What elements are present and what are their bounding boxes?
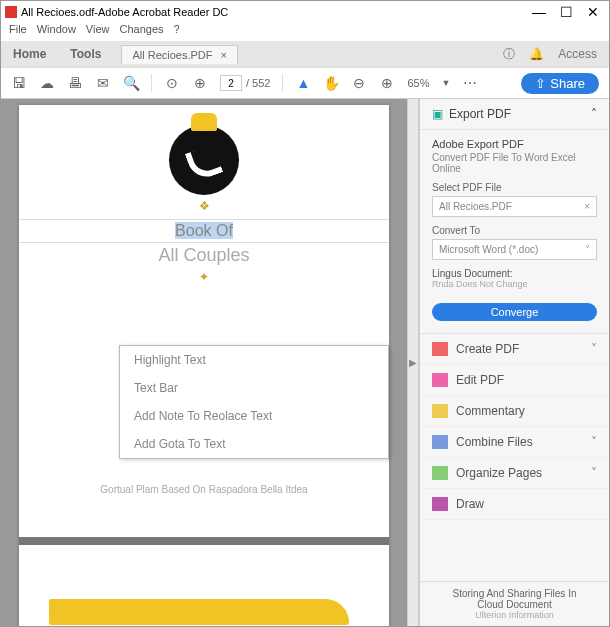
lingus-sub: Rnda Does Not Change bbox=[432, 279, 597, 289]
menu-window[interactable]: Window bbox=[37, 23, 76, 41]
selected-text: Book Of bbox=[175, 222, 233, 239]
bell-icon[interactable]: 🔔 bbox=[529, 47, 544, 61]
panel-collapse-handle[interactable]: ▶ bbox=[407, 99, 419, 626]
menu-view[interactable]: View bbox=[86, 23, 110, 41]
zoom-level[interactable]: 65% bbox=[407, 77, 429, 89]
draw-icon bbox=[432, 497, 448, 511]
export-pdf-icon: ▣ bbox=[432, 107, 443, 121]
ornament-icon: ✦ bbox=[19, 270, 389, 284]
window-title: All Recioes.odf-Adobe Acrobat Reader DC bbox=[21, 6, 228, 18]
chevron-down-icon[interactable]: ˅ bbox=[585, 244, 590, 255]
comment-icon bbox=[432, 404, 448, 418]
page-up-icon[interactable]: ⊙ bbox=[164, 75, 180, 91]
menu-help[interactable]: ? bbox=[174, 23, 180, 41]
chevron-up-icon[interactable]: ˄ bbox=[591, 107, 597, 121]
tab-tools[interactable]: Tools bbox=[58, 47, 113, 61]
pointer-icon[interactable]: ▲ bbox=[295, 75, 311, 91]
book-logo bbox=[169, 125, 239, 195]
cloud-icon[interactable]: ☁ bbox=[39, 75, 55, 91]
convert-to-value: Microsoft Word (*.doc) bbox=[439, 244, 538, 255]
access-link[interactable]: Access bbox=[558, 47, 597, 61]
share-label: Share bbox=[550, 76, 585, 91]
tool-label: Commentary bbox=[456, 404, 525, 418]
tab-close-icon[interactable]: × bbox=[221, 49, 227, 61]
convert-button[interactable]: Converge bbox=[432, 303, 597, 321]
save-icon[interactable]: 🖫 bbox=[11, 75, 27, 91]
footer-line1: Storing And Sharing Files In bbox=[430, 588, 599, 599]
ornament-icon: ❖ bbox=[19, 199, 389, 213]
page-down-icon[interactable]: ⊕ bbox=[192, 75, 208, 91]
page-total: / 552 bbox=[246, 77, 270, 89]
page-number-input[interactable] bbox=[220, 75, 242, 91]
document-area[interactable]: ❖ Book Of All Couples ✦ Highlight Text T… bbox=[1, 99, 407, 626]
separator bbox=[151, 74, 152, 92]
knife-graphic bbox=[49, 599, 349, 625]
convert-to-field[interactable]: Microsoft Word (*.doc) ˅ bbox=[432, 239, 597, 260]
create-pdf-icon bbox=[432, 342, 448, 356]
organize-icon bbox=[432, 466, 448, 480]
print-icon[interactable]: 🖶 bbox=[67, 75, 83, 91]
tab-document-label: All Recioes.PDF bbox=[132, 49, 212, 61]
right-panel: ▣ Export PDF ˄ Adobe Export PDF Convert … bbox=[419, 99, 609, 626]
pdf-page: ❖ Book Of All Couples ✦ Highlight Text T… bbox=[19, 105, 389, 626]
footer-line2: Cloud Document bbox=[430, 599, 599, 610]
select-pdf-label: Select PDF File bbox=[432, 182, 597, 193]
chevron-down-icon: ˅ bbox=[591, 466, 597, 480]
chevron-down-icon: ˅ bbox=[591, 342, 597, 356]
lingus-label: Lingus Document: bbox=[432, 268, 597, 279]
tool-commentary[interactable]: Commentary bbox=[420, 396, 609, 427]
book-subtitle: All Couples bbox=[19, 245, 389, 266]
clear-icon[interactable]: × bbox=[584, 201, 590, 212]
tool-label: Edit PDF bbox=[456, 373, 504, 387]
page-divider bbox=[19, 537, 389, 545]
close-button[interactable]: ✕ bbox=[587, 4, 599, 20]
select-pdf-value: All Recioes.PDF bbox=[439, 201, 512, 212]
help-icon[interactable]: ⓘ bbox=[503, 46, 515, 63]
menu-changes[interactable]: Changes bbox=[120, 23, 164, 41]
chevron-down-icon: ˅ bbox=[591, 435, 597, 449]
page-footer-text: Gortual Plam Based On Raspadora Bella It… bbox=[19, 484, 389, 495]
tool-organize[interactable]: Organize Pages˅ bbox=[420, 458, 609, 489]
mail-icon[interactable]: ✉ bbox=[95, 75, 111, 91]
search-icon[interactable]: 🔍 bbox=[123, 75, 139, 91]
ctx-addnote[interactable]: Add Note To Reolace Text bbox=[120, 402, 388, 430]
minimize-button[interactable]: — bbox=[532, 4, 546, 20]
tool-label: Draw bbox=[456, 497, 484, 511]
hand-icon[interactable]: ✋ bbox=[323, 75, 339, 91]
share-button[interactable]: ⇧ Share bbox=[521, 73, 599, 94]
edit-pdf-icon bbox=[432, 373, 448, 387]
maximize-button[interactable]: ☐ bbox=[560, 4, 573, 20]
ctx-highlight[interactable]: Highlight Text bbox=[120, 346, 388, 374]
adobe-export-sub: Convert PDF File To Word Excel Online bbox=[432, 152, 597, 174]
zoom-out-icon[interactable]: ⊖ bbox=[351, 75, 367, 91]
share-icon: ⇧ bbox=[535, 76, 546, 91]
tab-document[interactable]: All Recioes.PDF × bbox=[121, 45, 238, 64]
zoom-dropdown-icon[interactable]: ▼ bbox=[442, 78, 451, 88]
footer-line3[interactable]: Ulterion Information bbox=[430, 610, 599, 620]
ctx-addgota[interactable]: Add Gota To Text bbox=[120, 430, 388, 458]
pdf-app-icon bbox=[5, 6, 17, 18]
export-pdf-header[interactable]: Export PDF bbox=[449, 107, 511, 121]
context-menu: Highlight Text Text Bar Add Note To Reol… bbox=[119, 345, 389, 459]
tool-label: Organize Pages bbox=[456, 466, 542, 480]
separator bbox=[282, 74, 283, 92]
more-icon[interactable]: ⋯ bbox=[462, 75, 478, 91]
tool-label: Combine Files bbox=[456, 435, 533, 449]
tool-create-pdf[interactable]: Create PDF˅ bbox=[420, 334, 609, 365]
adobe-export-title: Adobe Export PDF bbox=[432, 138, 597, 150]
tool-label: Create PDF bbox=[456, 342, 519, 356]
tool-edit-pdf[interactable]: Edit PDF bbox=[420, 365, 609, 396]
tab-home[interactable]: Home bbox=[1, 47, 58, 61]
zoom-in-icon[interactable]: ⊕ bbox=[379, 75, 395, 91]
menu-file[interactable]: File bbox=[9, 23, 27, 41]
select-pdf-field[interactable]: All Recioes.PDF × bbox=[432, 196, 597, 217]
tool-combine[interactable]: Combine Files˅ bbox=[420, 427, 609, 458]
ctx-textbar[interactable]: Text Bar bbox=[120, 374, 388, 402]
book-title[interactable]: Book Of bbox=[19, 219, 389, 243]
convert-to-label: Convert To bbox=[432, 225, 597, 236]
combine-icon bbox=[432, 435, 448, 449]
tool-draw[interactable]: Draw bbox=[420, 489, 609, 520]
